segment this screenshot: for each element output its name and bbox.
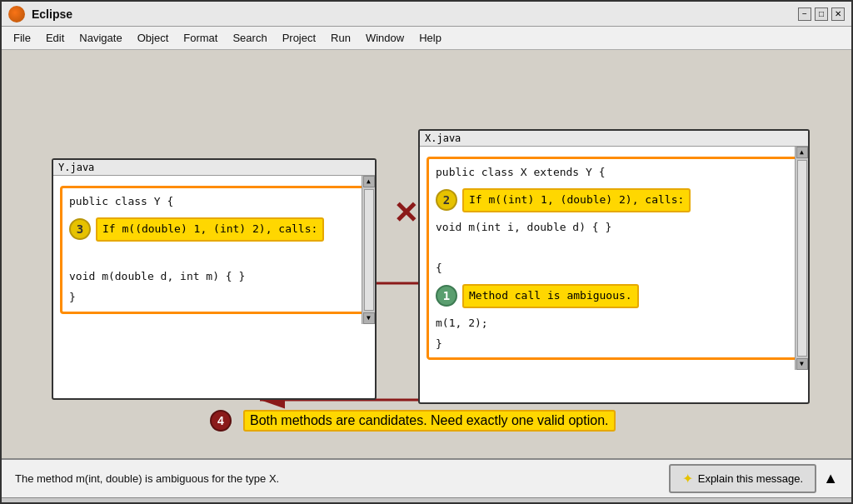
status-message: The method m(int, double) is ambiguous f… [15, 472, 656, 485]
yjava-highlighted-line: If m((double) 1, (int) 2), calls: [96, 217, 324, 242]
menu-window[interactable]: Window [359, 30, 411, 46]
eclipse-icon [8, 6, 25, 22]
title-bar: Eclipse − □ ✕ [2, 2, 851, 27]
menu-run[interactable]: Run [324, 30, 357, 46]
menu-format[interactable]: Format [177, 30, 224, 46]
xjava-line2: void m(int i, double d) { } [436, 217, 792, 238]
scroll-up-arrow[interactable]: ▲ [363, 176, 375, 187]
scroll-down-arrow[interactable]: ▼ [363, 312, 375, 324]
scroll-thumb[interactable] [364, 189, 374, 311]
yjava-editor: Y.java public class Y { 3 If m((double) … [52, 158, 377, 400]
xjava-highlighted-line2: If m((int) 1, (double) 2), calls: [462, 188, 691, 212]
xjava-scroll-thumb[interactable] [797, 160, 807, 357]
menu-bar: File Edit Navigate Object Format Search … [2, 27, 851, 50]
yjava-title: Y.java [53, 160, 375, 176]
maximize-button[interactable]: □ [815, 7, 828, 21]
explain-button[interactable]: ✦ Explain this message. [669, 464, 816, 493]
xjava-title: X.java [420, 131, 808, 147]
close-button[interactable]: ✕ [831, 7, 845, 21]
status-bar: The method m(int, double) is ambiguous f… [2, 458, 851, 497]
sunburst-icon: ✦ [682, 471, 693, 487]
yjava-scrollbar[interactable]: ▲ ▼ [362, 176, 375, 324]
explain-button-label: Explain this message. [698, 472, 803, 485]
xjava-highlight-row1: 1 Method call is ambiguous. [436, 282, 792, 310]
yjava-orange-box: public class Y { 3 If m((double) 1, (int… [60, 186, 368, 314]
menu-help[interactable]: Help [412, 30, 448, 46]
badge-3: 3 [69, 218, 91, 240]
xjava-line3 [436, 237, 792, 258]
minimize-button[interactable]: − [798, 7, 811, 21]
menu-search[interactable]: Search [226, 30, 273, 46]
menu-file[interactable]: File [7, 30, 37, 46]
xjava-highlighted-line1: Method call is ambiguous. [462, 284, 639, 308]
xjava-line5: m(1, 2); [436, 313, 792, 334]
xjava-line6: } [436, 334, 792, 355]
tab-bar: Error List Output [2, 497, 851, 504]
yjava-line4: void m(double d, int m) { } [69, 267, 359, 287]
xjava-orange-box: public class X extends Y { 2 If m((int) … [426, 157, 801, 360]
badge-4: 4 [210, 410, 232, 432]
badge-2: 2 [436, 189, 457, 211]
xjava-editor: X.java public class X extends Y { 2 If m… [418, 129, 810, 404]
window-controls: − □ ✕ [798, 7, 845, 21]
yjava-highlight-row: 3 If m((double) 1, (int) 2), calls: [69, 216, 359, 243]
menu-navigate[interactable]: Navigate [72, 30, 128, 46]
xjava-line1: public class X extends Y { [436, 162, 792, 183]
yjava-body: public class Y { 3 If m((double) 1, (int… [53, 176, 375, 324]
badge-1: 1 [436, 285, 457, 307]
xjava-line4: { [436, 258, 792, 279]
xjava-scroll-up[interactable]: ▲ [796, 147, 808, 158]
xjava-highlight-row2: 2 If m((int) 1, (double) 2), calls: [436, 187, 792, 214]
xjava-scroll-down[interactable]: ▼ [796, 358, 808, 370]
menu-edit[interactable]: Edit [39, 30, 71, 46]
annotation-4-row: 4 Both methods are candidates. Need exac… [210, 408, 616, 433]
yjava-line3 [69, 247, 359, 267]
yjava-line5: } [69, 287, 359, 308]
menu-project[interactable]: Project [276, 30, 322, 46]
menu-object[interactable]: Object [131, 30, 176, 46]
annotation-4-message: Both methods are candidates. Need exactl… [243, 410, 616, 432]
cursor-indicator: ▲ [823, 470, 838, 487]
x-mark: ✕ [393, 196, 418, 231]
yjava-line1: public class Y { [69, 192, 359, 212]
main-content: ✕ Y.java public class Y { 3 If m((double… [2, 50, 851, 458]
xjava-body: public class X extends Y { 2 If m((int) … [420, 147, 808, 370]
xjava-scrollbar[interactable]: ▲ ▼ [795, 147, 808, 370]
window-title: Eclipse [32, 7, 798, 21]
